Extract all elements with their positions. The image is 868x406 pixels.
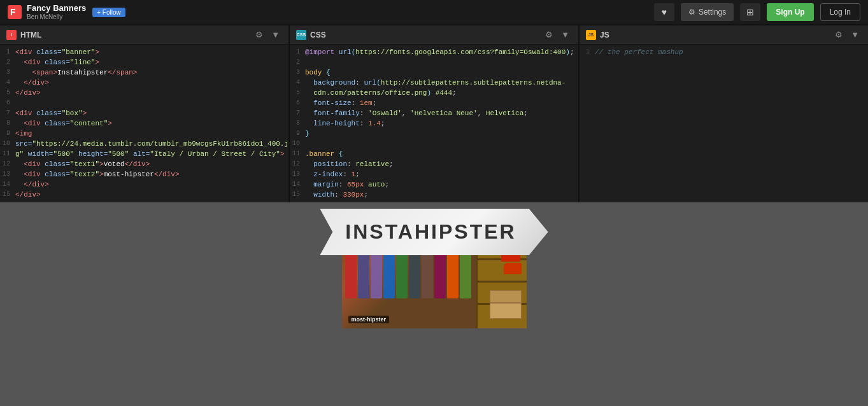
code-line: 14 </div> (0, 179, 288, 190)
app-user: Ben McNelly (27, 13, 86, 21)
grid-button[interactable]: ⊞ (740, 3, 760, 21)
css-settings-icon[interactable]: ⚙ (543, 29, 555, 40)
code-line: 12 <div class="text1">Voted</div> (0, 159, 288, 169)
js-lang-label: JS (600, 31, 829, 39)
editors-area: / HTML ⚙ ▼ 1<div class="banner"> 2 <div … (0, 24, 868, 202)
svg-text:F: F (10, 7, 16, 17)
css-editor-body[interactable]: 1@import url(https://fonts.googleapis.co… (290, 45, 578, 202)
code-line: 10 (290, 139, 578, 149)
code-line: 11g" width="500" height="500" alt="Italy… (0, 149, 288, 159)
js-header-icons: ⚙ ▼ (832, 29, 862, 40)
code-line: 10src="https://24.media.tumblr.com/tumbl… (0, 139, 288, 149)
heart-icon: ♥ (662, 7, 667, 17)
code-line: 2 <div class="line"> (0, 57, 288, 67)
logo-text-block: Fancy Banners Ben McNelly (27, 3, 86, 21)
top-navigation: F Fancy Banners Ben McNelly + Follow ♥ ⚙… (0, 0, 868, 24)
js-settings-icon[interactable]: ⚙ (832, 29, 845, 40)
html-editor-body[interactable]: 1<div class="banner"> 2 <div class="line… (0, 45, 288, 202)
css-editor-header: CSS CSS ⚙ ▼ (290, 25, 578, 45)
box-1 (490, 303, 522, 319)
grid-icon: ⊞ (746, 7, 754, 17)
box-2 (490, 290, 522, 303)
css-header-icons: ⚙ ▼ (543, 29, 572, 40)
code-line: 15</div> (0, 190, 288, 200)
js-editor-panel: JS JS ⚙ ▼ 1// the perfect mashup (580, 25, 868, 202)
login-button[interactable]: Log In (820, 3, 860, 21)
code-line: 9} (290, 129, 578, 139)
code-line: 1@import url(https://fonts.googleapis.co… (290, 47, 578, 57)
code-line: 8 line-height: 1.4; (290, 118, 578, 129)
banner-ribbon: INSTAHIPSTER (320, 209, 548, 255)
signup-button[interactable]: Sign Up (767, 3, 813, 21)
app-title: Fancy Banners (27, 3, 86, 13)
code-line: 1// the perfect mashup (580, 47, 868, 57)
preview-content: INSTAHIPSTER (320, 209, 548, 328)
code-line: 13 <div class="text2">most-hipster</div> (0, 169, 288, 179)
code-line: 2 (290, 57, 578, 67)
code-line: 9<img (0, 129, 288, 139)
js-expand-icon[interactable]: ▼ (848, 29, 862, 40)
heart-button[interactable]: ♥ (654, 3, 674, 21)
code-line: 6 font-size: 1em; (290, 98, 578, 108)
settings-label: Settings (699, 8, 726, 17)
settings-button[interactable]: ⚙ Settings (681, 3, 734, 21)
js-editor-header: JS JS ⚙ ▼ (580, 25, 868, 45)
html-expand-icon[interactable]: ▼ (269, 29, 282, 40)
logo-icon: F (8, 5, 22, 19)
follow-button[interactable]: + Follow (92, 8, 125, 17)
code-line: 1<div class="banner"> (0, 47, 288, 57)
html-badge: / (6, 30, 17, 40)
html-editor-header: / HTML ⚙ ▼ (0, 25, 288, 45)
code-line: 7<div class="box"> (0, 108, 288, 118)
code-line: 4 </div> (0, 78, 288, 88)
code-line: 5</div> (0, 88, 288, 98)
js-badge: JS (586, 30, 596, 40)
code-line: 7 font-family: 'Oswald', 'Helvetica Neue… (290, 108, 578, 118)
banner-text: INSTAHIPSTER (345, 220, 516, 243)
code-line: 14 margin: 65px auto; (290, 179, 578, 190)
html-settings-icon[interactable]: ⚙ (253, 29, 266, 40)
code-line: 5 cdn.com/patterns/office.png) #444; (290, 88, 578, 98)
code-line: 3body { (290, 67, 578, 78)
ribbon-shape: INSTAHIPSTER (320, 209, 548, 255)
code-line: 8 <div class="content"> (0, 118, 288, 129)
html-editor-panel: / HTML ⚙ ▼ 1<div class="banner"> 2 <div … (0, 25, 290, 202)
html-header-icons: ⚙ ▼ (253, 29, 282, 40)
code-line: 15 width: 330px; (290, 190, 578, 200)
code-line: 3 <span>Instahipster</span> (0, 67, 288, 78)
code-line: 11.banner { (290, 149, 578, 159)
preview-area: INSTAHIPSTER (0, 202, 868, 406)
css-expand-icon[interactable]: ▼ (559, 29, 572, 40)
css-badge: CSS (296, 30, 306, 40)
css-editor-panel: CSS CSS ⚙ ▼ 1@import url(https://fonts.g… (290, 25, 580, 202)
code-line: 4 background: url(http://subtlepatterns.… (290, 78, 578, 88)
code-line: 12 position: relative; (290, 159, 578, 169)
js-editor-body[interactable]: 1// the perfect mashup (580, 45, 868, 202)
html-lang-label: HTML (20, 31, 249, 39)
code-line: 13 z-index: 1; (290, 169, 578, 179)
css-lang-label: CSS (310, 31, 539, 39)
gear-icon: ⚙ (688, 8, 695, 17)
hipster-badge: most-hipster (348, 316, 390, 323)
code-line: 6 (0, 98, 288, 108)
logo-area: F Fancy Banners Ben McNelly + Follow (8, 3, 125, 21)
shoe-2 (504, 263, 522, 274)
